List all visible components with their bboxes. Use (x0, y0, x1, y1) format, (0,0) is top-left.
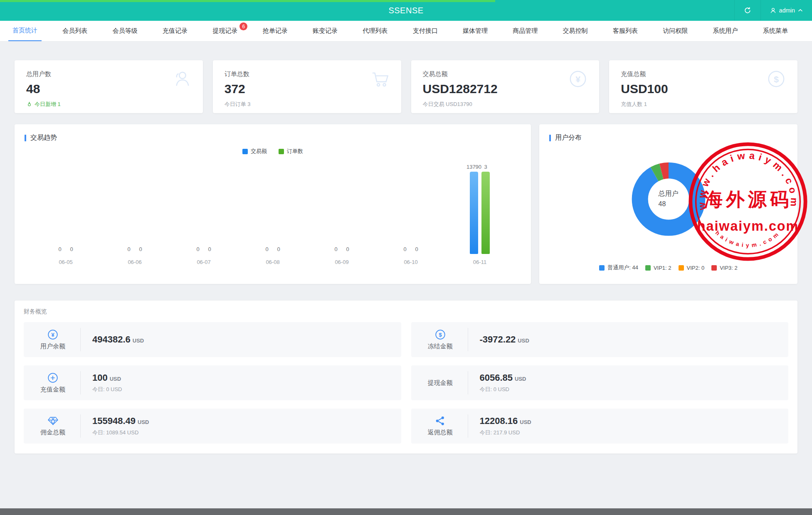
amount-value: 100 (92, 372, 108, 383)
nav-tab[interactable]: 会员列表 (58, 21, 91, 41)
svg-text:¥: ¥ (575, 74, 580, 84)
legend-item[interactable]: 普通用户: 44 (599, 264, 638, 271)
bar-group: 0006-08 (238, 162, 307, 265)
x-axis-label: 06-07 (197, 259, 210, 265)
donut-chart: 总用户 48 (629, 160, 708, 239)
user-menu[interactable]: admin (760, 0, 812, 21)
x-axis-label: 06-11 (473, 259, 486, 265)
nav-tab[interactable]: 系统菜单 (759, 21, 792, 41)
nav-tab[interactable]: 访问权限 (659, 21, 692, 41)
finance-item-content: 155948.49USD今日: 1089.54 USD (92, 416, 149, 436)
nav-tab[interactable]: 商品管理 (508, 21, 542, 41)
bar-column: 0 (136, 162, 145, 254)
stat-card-subtext: 今日交易 USD13790 (423, 101, 588, 108)
x-axis-label: 06-06 (128, 259, 141, 265)
nav-tab-label: 会员列表 (62, 27, 87, 35)
legend-item[interactable]: VIP2: 0 (679, 264, 705, 271)
bar-group: 0006-06 (100, 162, 169, 265)
nav-tab[interactable]: 代理列表 (358, 21, 392, 41)
stat-card-subtext-label: 今日订单 3 (225, 101, 251, 108)
finance-item: 佣金总额155948.49USD今日: 1089.54 USD (24, 409, 401, 444)
stat-card-subtext: 今日新增 1 (26, 101, 191, 108)
x-axis-label: 06-05 (59, 259, 72, 265)
share-icon (435, 416, 445, 426)
nav-tab-label: 抢单记录 (263, 27, 288, 35)
stat-card: $充值总额USD100充值人数 1 (609, 60, 797, 113)
stat-card-subtext-label: 今日新增 1 (35, 101, 61, 108)
svg-text:$: $ (439, 331, 442, 338)
legend-item[interactable]: 交易额 (242, 148, 267, 155)
nav-tab[interactable]: 提现记录6 (208, 21, 242, 41)
nav-tab-label: 账变记录 (313, 27, 338, 35)
donut-chart-title: 用户分布 (549, 133, 787, 142)
x-axis-label: 06-09 (335, 259, 348, 265)
currency-label: USD (138, 419, 149, 425)
charts-row: 交易趋势 交易额订单数 0006-050006-060006-070006-08… (15, 124, 797, 284)
legend-label: 交易额 (251, 148, 267, 155)
finance-item-label: 充值金额 (40, 386, 65, 394)
nav-tab[interactable]: 账变记录 (309, 21, 342, 41)
divider (80, 328, 81, 351)
bar-group: 13790306-11 (445, 162, 514, 265)
stat-card-subtext: 充值人数 1 (621, 101, 786, 108)
nav-tabs: 首页统计会员列表会员等级充值记录提现记录6抢单记录账变记录代理列表支付接口媒体管… (0, 21, 812, 42)
nav-tab[interactable]: 抢单记录 (259, 21, 292, 41)
nav-tab[interactable]: 客服列表 (609, 21, 642, 41)
nav-tab[interactable]: 首页统计 (8, 21, 42, 41)
bar (470, 172, 478, 254)
stat-card-label: 总用户数 (26, 70, 191, 78)
legend-item[interactable]: 订单数 (279, 148, 303, 155)
bar-column: 0 (412, 162, 421, 254)
stat-card: 订单总数372今日订单 3 (213, 60, 401, 113)
nav-tab-label: 首页统计 (12, 27, 37, 34)
nav-tab-label: 会员等级 (113, 27, 138, 35)
yen-circle-icon: ¥ (47, 329, 58, 340)
bar-column: 0 (343, 162, 352, 254)
bar-value-label: 0 (127, 246, 130, 252)
nav-tab[interactable]: 充值记录 (158, 21, 192, 41)
stat-card-value: 372 (225, 83, 390, 95)
stat-card-label: 充值总额 (621, 70, 786, 78)
finance-item-content: 6056.85USD今日: 0 USD (480, 372, 526, 393)
chevron-up-icon (798, 9, 803, 12)
horizontal-scrollbar[interactable] (0, 508, 812, 515)
nav-tab-label: 媒体管理 (463, 27, 488, 35)
bar-column: 0 (125, 162, 133, 254)
legend-swatch (242, 149, 248, 154)
stat-cards-row: 总用户数48今日新增 1订单总数372今日订单 3¥交易总额USD1282712… (15, 60, 797, 113)
refresh-button[interactable] (734, 0, 760, 21)
nav-tab[interactable]: 交易控制 (559, 21, 592, 41)
bar-column: 0 (194, 162, 202, 254)
header-actions: admin (734, 0, 812, 21)
finance-grid: ¥用户余额494382.6USD$冻结金额-3972.22USD充值金额100U… (24, 322, 788, 444)
bar-value-label: 0 (334, 246, 337, 252)
yen-coin-icon: ¥ (568, 69, 587, 89)
finance-item-value: 12208.16USD (480, 416, 531, 426)
bar-value-label: 0 (265, 246, 268, 252)
bar-column: 3 (481, 162, 490, 254)
nav-tab[interactable]: 媒体管理 (459, 21, 492, 41)
title-accent-bar (549, 135, 551, 141)
stat-card-value: USD1282712 (423, 83, 588, 95)
finance-item-value: 6056.85USD (480, 372, 526, 383)
nav-tab[interactable]: 系统用户 (709, 21, 742, 41)
nav-tab[interactable]: 支付接口 (409, 21, 442, 41)
legend-item[interactable]: VIP3: 2 (711, 264, 738, 271)
bar-value-label: 0 (58, 246, 61, 252)
username: admin (779, 7, 795, 14)
divider (468, 371, 468, 394)
nav-tab[interactable]: 会员等级 (109, 21, 142, 41)
legend-item[interactable]: VIP1: 2 (645, 264, 671, 271)
trend-chart-card: 交易趋势 交易额订单数 0006-050006-060006-070006-08… (15, 124, 531, 284)
finance-item-label: 用户余额 (40, 343, 65, 350)
bar-value-label: 3 (484, 164, 487, 170)
bar-pair: 00 (263, 162, 283, 254)
currency-label: USD (110, 376, 121, 382)
main-content: 总用户数48今日新增 1订单总数372今日订单 3¥交易总额USD1282712… (0, 42, 812, 453)
donut-center-label: 总用户 48 (659, 189, 679, 209)
finance-item-left: 提现金额 (420, 379, 460, 387)
legend-swatch (679, 265, 684, 271)
finance-item-value: -3972.22USD (480, 334, 529, 345)
bar-value-label: 0 (139, 246, 142, 252)
stat-card-subtext-label: 充值人数 1 (621, 101, 647, 108)
